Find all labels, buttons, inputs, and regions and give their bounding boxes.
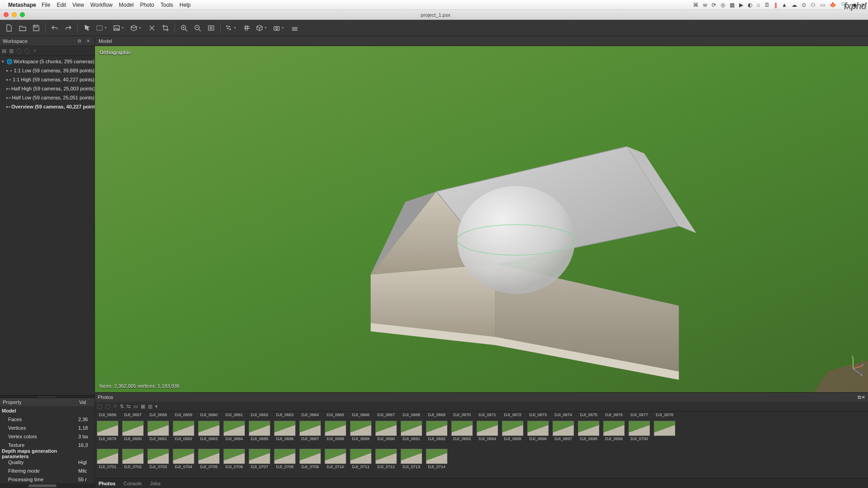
- tray-icon[interactable]: ◐: [748, 2, 752, 8]
- panel-splitter[interactable]: [0, 395, 94, 398]
- tray-icon[interactable]: ⟳: [712, 2, 716, 8]
- photo-thumbnail[interactable]: DJI_0704: [173, 441, 194, 469]
- sidebar-hscroll[interactable]: [0, 483, 94, 488]
- tree-chunk[interactable]: ▸▫1:1 High (59 cameras, 40,227 points): [0, 75, 94, 84]
- ph-tool-icon[interactable]: ▾: [155, 404, 158, 409]
- photo-thumbnail[interactable]: DJI_0659DJI_0682: [173, 413, 194, 441]
- window-maximize-button[interactable]: [20, 12, 25, 17]
- photo-thumbnail[interactable]: DJI_0663DJI_0686: [274, 413, 296, 441]
- panel-close-icon[interactable]: ✕: [85, 38, 92, 45]
- window-minimize-button[interactable]: [12, 12, 17, 17]
- tray-flag-icon[interactable]: 🍁: [830, 2, 836, 8]
- photo-thumbnail[interactable]: DJI_0714: [426, 441, 448, 469]
- show-model-button[interactable]: ▼: [254, 22, 270, 34]
- ph-tool-icon[interactable]: ⇆: [127, 404, 131, 409]
- tray-wifi-icon[interactable]: ⚇: [811, 2, 816, 8]
- tab-console[interactable]: Console: [123, 481, 142, 486]
- menu-help[interactable]: Help: [179, 2, 191, 8]
- tray-icon[interactable]: ⌘: [693, 2, 698, 8]
- tray-menu-icon[interactable]: ≡: [861, 2, 864, 8]
- photo-thumbnail[interactable]: DJI_0678: [654, 413, 675, 436]
- delete-button[interactable]: [146, 22, 158, 34]
- tray-icon[interactable]: ▲: [782, 2, 787, 8]
- photo-thumbnail[interactable]: DJI_0668DJI_0691: [401, 413, 422, 441]
- menu-photo[interactable]: Photo: [140, 2, 154, 8]
- menu-edit[interactable]: Edit: [57, 2, 66, 8]
- zoom-fit-button[interactable]: [205, 22, 217, 34]
- redo-button[interactable]: [62, 22, 75, 34]
- trackball-gizmo[interactable]: [457, 186, 575, 294]
- photo-thumbnail[interactable]: DJI_0666DJI_0689: [350, 413, 372, 441]
- photo-thumbnail[interactable]: DJI_0672DJI_0695: [502, 413, 524, 441]
- tree-chunk[interactable]: ▸▫1:1 Low (59 cameras, 39,889 points): [0, 66, 94, 75]
- photo-thumbnail[interactable]: DJI_0669DJI_0692: [426, 413, 448, 441]
- show-cameras-button[interactable]: ▼: [271, 22, 288, 34]
- tray-search-icon[interactable]: 🔍: [841, 2, 848, 8]
- panel-close-icon[interactable]: ✕: [861, 394, 865, 400]
- photo-thumbnail[interactable]: DJI_0674DJI_0697: [552, 413, 574, 441]
- viewport-3d[interactable]: Orthographic faces: 2,362,005 vertices: …: [95, 46, 868, 392]
- tab-photos[interactable]: Photos: [99, 481, 115, 486]
- photo-thumbnail[interactable]: DJI_0660DJI_0683: [198, 413, 220, 441]
- tray-pause-icon[interactable]: ‖: [774, 2, 777, 8]
- tree-chunk[interactable]: ▸▫Half High (59 cameras, 25,003 points): [0, 84, 94, 93]
- photo-thumbnail[interactable]: DJI_0661DJI_0684: [223, 413, 245, 441]
- menu-workflow[interactable]: Workflow: [90, 2, 113, 8]
- new-button[interactable]: [3, 22, 15, 34]
- ws-tool-icon[interactable]: ▥: [9, 48, 14, 54]
- open-button[interactable]: [16, 22, 29, 34]
- photo-thumbnail[interactable]: DJI_0707: [249, 441, 270, 469]
- photo-thumbnail[interactable]: DJI_0713: [401, 441, 422, 469]
- photo-thumbnail[interactable]: DJI_0710: [325, 441, 346, 469]
- tree-root[interactable]: ▾🌐Workspace (5 chunks, 295 cameras): [0, 57, 94, 66]
- photo-thumbnail[interactable]: DJI_0665DJI_0688: [325, 413, 346, 441]
- tray-icon[interactable]: ▦: [730, 2, 735, 8]
- photo-thumbnail[interactable]: DJI_0658DJI_0681: [147, 413, 169, 441]
- tab-jobs[interactable]: Jobs: [150, 481, 160, 486]
- menu-file[interactable]: File: [42, 2, 50, 8]
- ws-tool-icon[interactable]: ◯: [16, 48, 22, 54]
- photo-thumbnail[interactable]: DJI_0712: [375, 441, 397, 469]
- tree-chunk-active[interactable]: ▸▫Overview (59 cameras, 40,227 points): [0, 102, 94, 111]
- window-close-button[interactable]: [4, 12, 9, 17]
- rect-select-button[interactable]: ▼: [94, 22, 110, 34]
- show-grid-button[interactable]: [241, 22, 253, 34]
- menu-view[interactable]: View: [72, 2, 84, 8]
- tray-icon[interactable]: w: [703, 2, 707, 8]
- panel-dock-icon[interactable]: ⧉: [75, 38, 83, 45]
- viewport-tab-model[interactable]: Model: [99, 38, 112, 44]
- photo-thumbnail[interactable]: DJI_0662DJI_0685: [249, 413, 270, 441]
- photo-thumbnail[interactable]: DJI_0673DJI_0696: [527, 413, 549, 441]
- show-ortho-button[interactable]: [288, 22, 301, 34]
- move-region-button[interactable]: ▼: [111, 22, 127, 34]
- menu-model[interactable]: Model: [119, 2, 134, 8]
- tray-icon[interactable]: ◎: [721, 2, 725, 8]
- tree-chunk[interactable]: ▸▫Half Low (59 cameras, 25,051 points): [0, 93, 94, 102]
- zoom-in-button[interactable]: [178, 22, 190, 34]
- undo-button[interactable]: [48, 22, 61, 34]
- show-points-button[interactable]: ▼: [223, 22, 240, 34]
- crop-button[interactable]: [159, 22, 172, 34]
- photo-thumbnail[interactable]: DJI_0676DJI_0699: [603, 413, 625, 441]
- panel-dock-icon[interactable]: ⧉: [858, 394, 861, 400]
- ph-tool-icon[interactable]: ▭: [133, 404, 138, 409]
- save-button[interactable]: [30, 22, 42, 34]
- ph-tool-icon[interactable]: ◯: [97, 404, 102, 409]
- photo-thumbnail[interactable]: DJI_0702: [122, 441, 144, 469]
- tray-cc-icon[interactable]: ◉: [852, 2, 857, 8]
- viewport-axis-gizmo[interactable]: y x z: [843, 355, 863, 376]
- photo-thumbnail[interactable]: DJI_0703: [147, 441, 169, 469]
- ph-tool-icon[interactable]: ▦: [141, 404, 145, 409]
- object-tool-button[interactable]: ▼: [128, 22, 145, 34]
- tray-icon[interactable]: ☁: [792, 2, 797, 8]
- tray-battery-icon[interactable]: ▭: [820, 2, 825, 8]
- tray-icon[interactable]: 🗓: [764, 2, 770, 8]
- ws-tool-icon[interactable]: ✕: [33, 48, 37, 54]
- photo-thumbnail[interactable]: DJI_0705: [198, 441, 220, 469]
- photo-thumbnail[interactable]: DJI_0667DJI_0690: [375, 413, 397, 441]
- photo-thumbnail[interactable]: DJI_0677DJI_0700: [628, 413, 650, 441]
- photo-thumbnail[interactable]: DJI_0657DJI_0680: [122, 413, 144, 441]
- menu-tools[interactable]: Tools: [160, 2, 173, 8]
- tray-icon[interactable]: ▶: [739, 2, 743, 8]
- photo-thumbnail[interactable]: DJI_0675DJI_0698: [578, 413, 599, 441]
